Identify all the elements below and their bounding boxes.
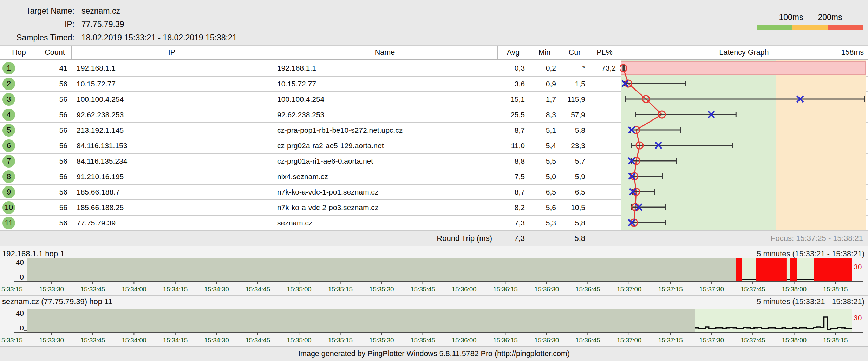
- name-cell: cz-prg01a-ri1-ae6-0.aorta.net: [272, 154, 498, 169]
- axis-tick-label: 15:36:00: [452, 336, 476, 344]
- axis-tick-label: 15:35:30: [369, 285, 394, 293]
- column-header-avg[interactable]: Avg: [498, 46, 529, 59]
- axis-tick-label: 15:33:30: [39, 285, 64, 293]
- timeline-hop1-plot[interactable]: [0, 258, 868, 284]
- axis-tick-label: 15:35:30: [369, 336, 394, 344]
- legend-100ms-label: 100ms: [779, 13, 803, 22]
- axis-tick-label: 15:37:00: [617, 336, 641, 344]
- count-cell: 56: [38, 216, 72, 230]
- name-cell: n7k-ko-a-vdc-1-po1.seznam.cz: [272, 185, 498, 199]
- hop-cell: 6: [0, 138, 38, 153]
- axis-tick-label: 15:36:00: [452, 285, 476, 293]
- timeline-hop11-plot[interactable]: [0, 309, 868, 335]
- summary-ip-cell: [72, 231, 272, 246]
- count-cell: 56: [38, 185, 72, 199]
- axis-tick-label: 15:34:15: [163, 336, 188, 344]
- hop-number-badge: 5: [2, 124, 15, 137]
- ip-cell: 192.168.1.1: [72, 60, 272, 76]
- column-header-pl[interactable]: PL%: [589, 46, 620, 59]
- round-trip-label: Round Trip (ms): [272, 231, 498, 246]
- cur-cell: 6,5: [560, 185, 589, 199]
- timeline-hop1-range-label: 5 minutes (15:33:21 - 15:38:21): [757, 249, 864, 258]
- hop-number-badge: 6: [2, 139, 15, 152]
- min-cell: 5,1: [529, 123, 560, 138]
- avg-cell: 8,7: [498, 185, 529, 199]
- timeline-hop1: 192.168.1.1 hop 1 5 minutes (15:33:21 - …: [0, 248, 868, 295]
- count-cell: 56: [38, 107, 72, 122]
- timeline-hop11: seznam.cz (77.75.79.39) hop 11 5 minutes…: [0, 295, 868, 346]
- hop-cell: 2: [0, 77, 38, 91]
- column-header-min[interactable]: Min: [529, 46, 560, 59]
- hop-cell: 9: [0, 185, 38, 199]
- latency-scale-label: 158ms: [841, 48, 864, 57]
- legend-gradient-bar: [757, 25, 863, 30]
- target-ip-value: 77.75.79.39: [81, 20, 124, 29]
- min-cell: 5,5: [529, 154, 560, 169]
- summary-header: Target Name: seznam.cz IP: 77.75.79.39 S…: [0, 0, 868, 46]
- axis-tick-label: 15:34:45: [246, 336, 270, 344]
- count-cell: 56: [38, 77, 72, 91]
- target-name-row: Target Name: seznam.cz: [0, 6, 120, 15]
- ip-cell: 10.15.72.77: [72, 77, 272, 91]
- column-header-ip[interactable]: IP: [72, 46, 272, 59]
- hop-number-badge: 11: [2, 217, 15, 229]
- hop-cell: 11: [0, 216, 38, 230]
- column-header-cur[interactable]: Cur: [560, 46, 589, 59]
- axis-tick-label: 15:35:45: [411, 285, 435, 293]
- min-cell: 5,6: [529, 200, 560, 215]
- column-header-count[interactable]: Count: [38, 46, 72, 59]
- axis-tick-label: 15:34:15: [163, 285, 188, 293]
- pl-cell: [589, 154, 620, 169]
- samples-timed-value: 18.02.2019 15:33:21 - 18.02.2019 15:38:2…: [81, 33, 237, 42]
- axis-tick-label: 15:37:45: [740, 285, 765, 293]
- timeline-hop1-title: 192.168.1.1 hop 1: [2, 249, 64, 258]
- axis-tick-label: 15:35:00: [287, 336, 311, 344]
- timeline-hop1-axis-labels: 15:33:1515:33:3015:33:4515:34:0015:34:15…: [0, 285, 863, 295]
- hop-cell: 5: [0, 123, 38, 138]
- axis-tick-label: 15:37:15: [658, 285, 683, 293]
- avg-cell: 8,8: [498, 154, 529, 169]
- legend-yellow-segment: [792, 25, 828, 30]
- name-cell: 92.62.238.253: [272, 107, 498, 122]
- ip-cell: 100.100.4.254: [72, 92, 272, 107]
- ip-cell: 84.116.135.234: [72, 154, 272, 169]
- hop-cell: 1: [0, 60, 38, 76]
- pl-cell: [589, 77, 620, 91]
- axis-tick-label: 15:33:15: [0, 285, 22, 293]
- axis-tick-label: 15:34:30: [204, 285, 229, 293]
- cur-cell: 115,9: [560, 92, 589, 107]
- hop-number-badge: 3: [2, 93, 15, 106]
- count-cell: 56: [38, 200, 72, 215]
- name-cell: 100.100.4.254: [272, 92, 498, 107]
- count-cell: 41: [38, 60, 72, 76]
- ip-cell: 84.116.131.153: [72, 138, 272, 153]
- min-cell: 8,3: [529, 107, 560, 122]
- column-header-hop[interactable]: Hop: [0, 46, 38, 59]
- axis-tick-label: 15:38:15: [823, 336, 848, 344]
- axis-tick-label: 15:38:15: [823, 285, 848, 293]
- round-trip-cur: 5,8: [560, 231, 589, 246]
- cur-cell: 57,9: [560, 107, 589, 122]
- ip-cell: 185.66.188.25: [72, 200, 272, 215]
- cur-cell: 5,7: [560, 154, 589, 169]
- avg-cell: 11,0: [498, 138, 529, 153]
- column-header-latency-graph[interactable]: Latency Graph 158ms: [620, 46, 868, 59]
- column-header-name[interactable]: Name: [272, 46, 498, 59]
- avg-cell: 7,5: [498, 169, 529, 184]
- min-cell: 5,4: [529, 138, 560, 153]
- cur-cell: 23,3: [560, 138, 589, 153]
- axis-tick-label: 15:36:15: [493, 285, 517, 293]
- axis-tick-label: 15:33:15: [0, 336, 22, 344]
- min-cell: 5,0: [529, 169, 560, 184]
- ip-cell: 92.62.238.253: [72, 107, 272, 122]
- target-ip-label: IP:: [0, 20, 74, 29]
- hop-cell: 4: [0, 107, 38, 122]
- pl-cell: [589, 107, 620, 122]
- pl-cell: [589, 216, 620, 230]
- latency-graph-plot[interactable]: [620, 60, 868, 230]
- axis-tick-label: 15:33:30: [39, 336, 64, 344]
- legend-red-segment: [828, 25, 863, 30]
- timeline-hop11-axis-labels: 15:33:1515:33:3015:33:4515:34:0015:34:15…: [0, 336, 863, 346]
- avg-cell: 3,6: [498, 77, 529, 91]
- hop-number-badge: 4: [2, 109, 15, 121]
